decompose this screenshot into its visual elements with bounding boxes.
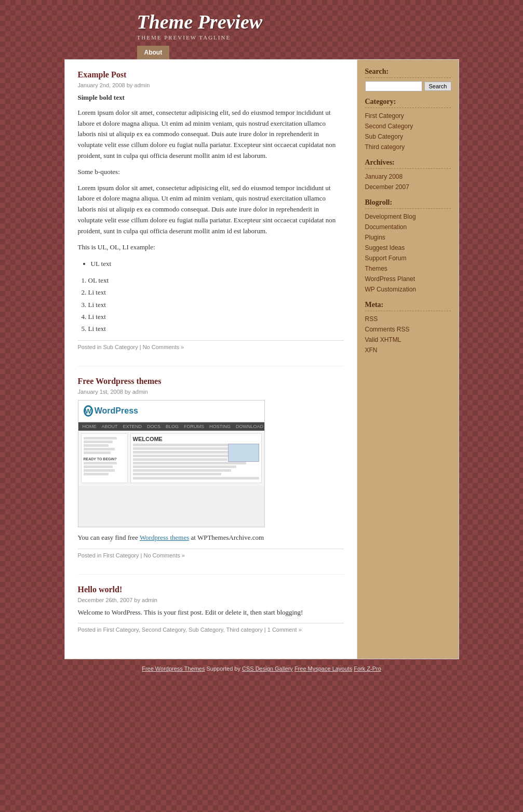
search-button[interactable]: Search xyxy=(424,82,452,91)
blogroll-link[interactable]: Support Forum xyxy=(365,255,407,262)
footer: Free Wordpress Themes Supported by CSS D… xyxy=(64,659,459,678)
list-item: Suggest Ideas xyxy=(365,243,451,253)
meta-link[interactable]: Comments RSS xyxy=(365,326,410,333)
search-box: Search xyxy=(365,81,451,91)
list-item: Themes xyxy=(365,263,451,274)
post1-para3: Lorem ipsum dolor sit amet, consectetur … xyxy=(78,183,344,237)
sidebar-meta-heading: Meta: xyxy=(365,301,451,311)
blogroll-link[interactable]: WordPress Planet xyxy=(365,275,415,283)
list-item: Li text xyxy=(88,311,344,323)
meta-link[interactable]: Valid XHTML xyxy=(365,336,401,343)
post1-para2: Some b-quotes: xyxy=(78,167,344,178)
category-link[interactable]: Second Category xyxy=(365,123,413,130)
meta-list: RSS Comments RSS Valid XHTML XFN xyxy=(365,314,451,355)
category-link[interactable]: Sub Category xyxy=(365,133,403,140)
category-list: First Category Second Category Sub Categ… xyxy=(365,111,451,152)
category-link[interactable]: Third category xyxy=(365,143,405,151)
post1-para1: Lorem ipsum dolor sit amet, consectetur … xyxy=(78,108,344,162)
post-wordpress-themes: Free Wordpress themes January 1st, 2008 … xyxy=(78,377,344,558)
list-item: UL text xyxy=(91,258,344,270)
wordpress-screenshot: W WordPress HOMEABOUTEXTENDDOCSBLOGFORUM… xyxy=(78,400,265,527)
wp-sidebar-sm: READY TO BEGIN? xyxy=(81,433,128,483)
post3-body: Welcome to WordPress. This is your first… xyxy=(78,607,344,618)
sidebar-category-heading: Category: xyxy=(365,98,451,108)
list-item: XFN xyxy=(365,345,451,355)
post1-para4: This is UL, OL, LI example: xyxy=(78,242,344,253)
post1-title-link[interactable]: Example Post xyxy=(78,70,127,79)
meta-link[interactable]: RSS xyxy=(365,315,378,323)
footer-link-themes[interactable]: Free Wordpress Themes xyxy=(142,665,205,672)
blogroll-link[interactable]: Development Blog xyxy=(365,213,416,220)
list-item: First Category xyxy=(365,111,451,121)
post3-footer: Posted in First Category, Second Categor… xyxy=(78,623,344,633)
list-item: Second Category xyxy=(365,121,451,131)
post2-meta: January 1st, 2008 by admin xyxy=(78,389,344,395)
post2-text1: You can easy find free xyxy=(78,534,140,541)
post-hello-world: Hello world! December 26th, 2007 by admi… xyxy=(78,585,344,633)
list-item: Li text xyxy=(88,286,344,298)
post2-body: You can easy find free Wordpress themes … xyxy=(78,533,344,543)
blogroll-link[interactable]: Suggest Ideas xyxy=(365,244,405,251)
list-item: Sub Category xyxy=(365,131,451,142)
blogroll-link[interactable]: Themes xyxy=(365,265,387,272)
post2-link[interactable]: Wordpress themes xyxy=(140,534,189,541)
footer-link-css[interactable]: CSS Design Gallery xyxy=(242,665,293,672)
list-item: Development Blog xyxy=(365,211,451,222)
list-item: WP Customization xyxy=(365,284,451,295)
post1-meta: January 2nd, 2008 by admin xyxy=(78,82,344,88)
nav-about[interactable]: About xyxy=(137,46,170,59)
list-item: Support Forum xyxy=(365,253,451,263)
archives-list: January 2008 December 2007 xyxy=(365,171,451,192)
list-item: RSS xyxy=(365,314,451,324)
footer-link-fork[interactable]: Fork Z-Pro xyxy=(354,665,381,672)
sidebar-search-heading: Search: xyxy=(365,68,451,78)
list-item: Plugins xyxy=(365,232,451,243)
blogroll-link[interactable]: Documentation xyxy=(365,223,407,231)
sidebar-blogroll-heading: Blogroll: xyxy=(365,198,451,209)
post1-ul: UL text xyxy=(91,258,344,270)
list-item: December 2007 xyxy=(365,182,451,192)
archive-link[interactable]: January 2008 xyxy=(365,173,403,180)
list-item: Documentation xyxy=(365,222,451,232)
meta-link[interactable]: XFN xyxy=(365,347,378,354)
wp-main-sm: WELCOME xyxy=(130,433,262,483)
footer-separator: Supported by xyxy=(207,665,243,672)
post2-title-link[interactable]: Free Wordpress themes xyxy=(78,377,162,385)
category-link[interactable]: First Category xyxy=(365,112,404,119)
post3-title-link[interactable]: Hello world! xyxy=(78,585,123,594)
archive-link[interactable]: December 2007 xyxy=(365,183,409,191)
list-item: OL text xyxy=(88,274,344,286)
wp-navbar: HOMEABOUTEXTENDDOCSBLOGFORUMSHOSTINGDOWN… xyxy=(78,422,264,431)
list-item: January 2008 xyxy=(365,171,451,182)
post3-meta: December 26th, 2007 by admin xyxy=(78,597,344,603)
post1-bold: Simple bold text xyxy=(78,92,344,103)
blogroll-link[interactable]: Plugins xyxy=(365,234,385,241)
site-tagline: THEME PREVIEW TAGLINE xyxy=(137,34,459,41)
post1-footer: Posted in Sub Category | No Comments » xyxy=(78,340,344,350)
search-input[interactable] xyxy=(365,81,422,91)
post1-ol: OL text Li text Li text Li text Li text xyxy=(88,274,344,335)
sidebar-archives-heading: Archives: xyxy=(365,158,451,169)
list-item: Li text xyxy=(88,323,344,335)
list-item: Comments RSS xyxy=(365,324,451,335)
list-item: Valid XHTML xyxy=(365,335,451,345)
blogroll-link[interactable]: WP Customization xyxy=(365,286,416,293)
site-title: Theme Preview xyxy=(137,10,459,33)
post-example: Example Post January 2nd, 2008 by admin … xyxy=(78,70,344,350)
wp-logo: W WordPress xyxy=(84,405,110,418)
list-item: Third category xyxy=(365,142,451,152)
post2-text2: at WPThemesArchive.com xyxy=(189,534,264,541)
footer-link-myspace[interactable]: Free Myspace Layouts xyxy=(294,665,352,672)
list-item: Li text xyxy=(88,299,344,311)
blogroll-list: Development Blog Documentation Plugins S… xyxy=(365,211,451,295)
list-item: WordPress Planet xyxy=(365,274,451,284)
post2-footer: Posted in First Category | No Comments » xyxy=(78,549,344,558)
